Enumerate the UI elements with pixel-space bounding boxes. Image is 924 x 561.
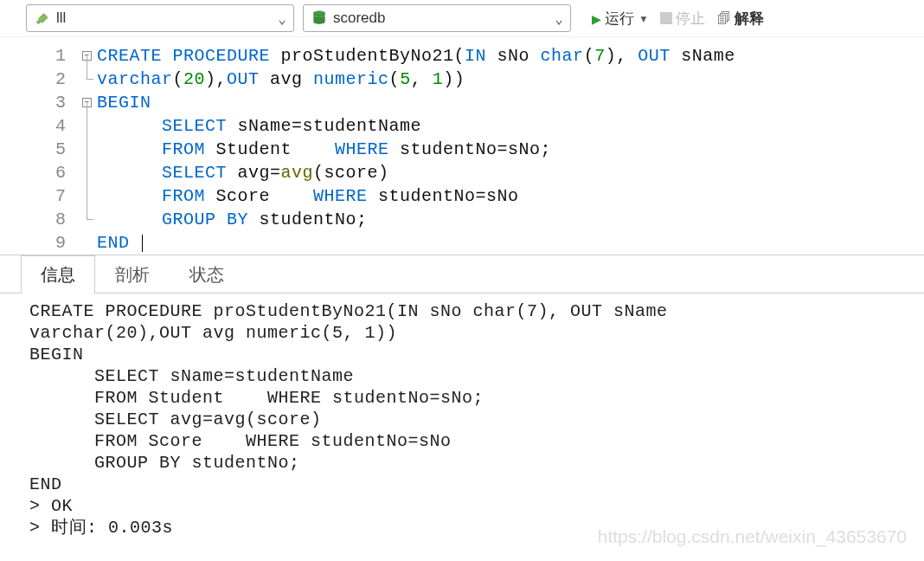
code-line[interactable]: SELECT sName=studentName [97,114,924,138]
fold-marker [76,114,97,138]
explain-icon: 🗐 [717,10,731,27]
line-number: 5 [0,138,66,161]
line-number: 7 [0,184,66,208]
code-line[interactable]: END [97,231,924,255]
tab-status[interactable]: 状态 [170,255,244,293]
plug-icon [34,10,51,27]
line-number: 4 [0,114,66,138]
connection-label: lll [56,10,278,27]
explain-button[interactable]: 🗐 解释 [714,7,767,30]
run-button[interactable]: ▶ 运行 ▾ [588,7,651,30]
results-panel: 信息 剖析 状态 CREATE PROCEDURE proStudentByNo… [0,255,924,545]
fold-marker: − [76,91,97,114]
fold-marker [76,231,97,255]
fold-marker [76,68,97,91]
chevron-down-icon: ⌄ [278,10,286,27]
output-text: CREATE PROCEDURE proStudentByNo21(IN sNo… [0,293,924,545]
database-icon [311,10,328,27]
fold-marker [76,208,97,231]
tab-profile[interactable]: 剖析 [95,255,170,293]
action-buttons: ▶ 运行 ▾ 停止 🗐 解释 [588,7,767,30]
code-line[interactable]: CREATE PROCEDURE proStudentByNo21(IN sNo… [97,44,924,68]
tab-info[interactable]: 信息 [21,255,95,293]
sql-editor[interactable]: 123456789 −− CREATE PROCEDURE proStudent… [0,36,924,255]
code-line[interactable]: BEGIN [97,91,924,114]
database-dropdown[interactable]: scoredb ⌄ [303,4,571,32]
play-icon: ▶ [592,10,601,28]
line-number: 1 [0,44,66,68]
chevron-down-icon: ⌄ [555,10,563,27]
fold-marker [76,138,97,161]
line-number: 3 [0,91,66,114]
line-number: 2 [0,68,66,91]
line-number: 8 [0,208,66,231]
fold-marker: − [76,44,97,68]
fold-marker [76,184,97,208]
line-number: 6 [0,161,66,184]
code-line[interactable]: varchar(20),OUT avg numeric(5, 1)) [97,68,924,91]
fold-marker [76,161,97,184]
line-number: 9 [0,231,66,255]
code-line[interactable]: GROUP BY studentNo; [97,208,924,231]
fold-column: −− [76,44,97,255]
code-area[interactable]: CREATE PROCEDURE proStudentByNo21(IN sNo… [97,44,924,255]
stop-button[interactable]: 停止 [657,7,709,30]
database-label: scoredb [333,10,555,27]
result-tabs: 信息 剖析 状态 [0,255,924,293]
code-line[interactable]: FROM Student WHERE studentNo=sNo; [97,138,924,161]
chevron-down-icon: ▾ [639,10,648,27]
code-line[interactable]: SELECT avg=avg(score) [97,161,924,184]
stop-icon [660,12,672,24]
connection-dropdown[interactable]: lll ⌄ [26,4,294,32]
text-cursor [142,235,143,252]
line-gutter: 123456789 [0,44,76,255]
code-line[interactable]: FROM Score WHERE studentNo=sNo [97,184,924,208]
toolbar: lll ⌄ scoredb ⌄ ▶ 运行 ▾ 停止 🗐 解释 [0,0,924,36]
